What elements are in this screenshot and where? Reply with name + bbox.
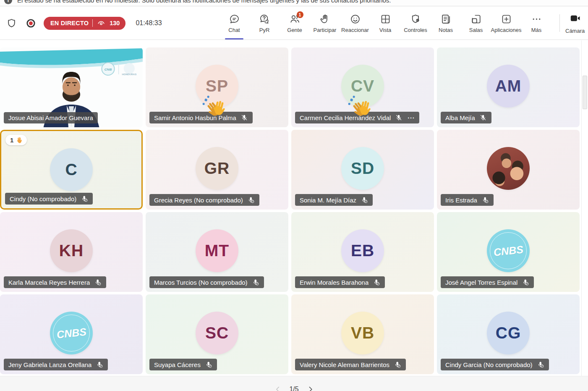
participant-tile[interactable]: Iris Estrada	[437, 130, 580, 210]
participant-name-pill: Jeny Gabriela Lanza Orellana	[4, 359, 108, 370]
scrollbar-thumb[interactable]	[583, 76, 587, 109]
participant-name-pill: Grecia Reyes (No comprobado)	[149, 194, 259, 206]
viewer-count: 130	[110, 20, 120, 26]
shield-icon	[5, 17, 18, 29]
camera-label: Cámara	[565, 28, 585, 34]
participant-name-pill: Cindy (No comprobado)	[5, 193, 93, 205]
reaccionar-icon	[350, 13, 361, 25]
toolbar-button-salas[interactable]: Salas	[461, 7, 491, 39]
participant-tile[interactable]: SPSamir Antonio Hasbun Palma	[146, 47, 288, 127]
participant-tile[interactable]: SDSonia M. Mejía Díaz	[291, 130, 434, 210]
vista-icon	[380, 13, 391, 25]
page-indicator: 1/5	[289, 386, 298, 391]
participant-name-pill: Erwin Morales Barahona	[295, 276, 385, 288]
participant-tile[interactable]: CVCarmen Cecilia Hernández Vidal...	[291, 47, 434, 127]
camera-button[interactable]: Cámara	[565, 7, 585, 39]
participant-name-pill: Marcos Turcios (No comprobado)	[149, 276, 264, 288]
avatar-initials: CG	[496, 324, 521, 342]
avatar-initials: KH	[59, 241, 84, 260]
svg-text:HONDURAS: HONDURAS	[122, 73, 136, 76]
mic-disabled-icon	[361, 196, 368, 204]
controles-icon	[410, 13, 421, 25]
mic-disabled-icon	[81, 195, 88, 202]
reaccionar-label: Reaccionar	[341, 27, 369, 33]
vista-label: Vista	[379, 27, 392, 33]
chat-label: Chat	[228, 27, 240, 33]
raised-hand-count: 1	[10, 136, 13, 144]
toolbar-button-mas[interactable]: Más	[521, 7, 551, 39]
record-dot	[29, 21, 33, 25]
aplicaciones-icon	[501, 13, 512, 25]
participant-name: Suyapa Cáceres	[154, 361, 201, 368]
participant-grid: CNBHONDURASJosue Abisai Amador GuevaraSP…	[0, 47, 580, 374]
mic-disabled-icon	[394, 361, 401, 368]
participant-initials-avatar: EB	[341, 229, 384, 272]
toolbar-button-participar[interactable]: Participar	[310, 7, 340, 39]
participant-tile[interactable]: C1Cindy (No comprobado)	[0, 130, 143, 210]
participant-name: Valery Nicole Aleman Barrientos	[300, 361, 389, 368]
scrollbar-track[interactable]	[581, 40, 588, 376]
toolbar-buttons: ChatPyR1GenteParticiparReaccionarVistaCo…	[219, 7, 551, 39]
mic-muted-icon	[240, 114, 248, 121]
controles-label: Controles	[404, 27, 427, 33]
mas-icon	[531, 13, 542, 25]
participant-name-pill: Iris Estrada	[441, 194, 494, 206]
toolbar-button-reaccionar[interactable]: Reaccionar	[340, 7, 370, 39]
svg-text:CNB: CNB	[105, 68, 112, 71]
participant-initials-avatar: SD	[341, 147, 384, 190]
participant-name: Josue Abisai Amador Guevara	[8, 114, 93, 121]
participant-name: Cindy (No comprobado)	[10, 195, 76, 202]
participant-tile[interactable]: MTMarcos Turcios (No comprobado)	[146, 212, 288, 292]
participant-logo-avatar: CNBS	[487, 229, 530, 272]
chat-icon	[229, 13, 240, 25]
participant-tile[interactable]: CNBHONDURASJosue Abisai Amador Guevara	[0, 47, 143, 127]
participant-name: Iris Estrada	[445, 197, 477, 204]
participant-name: Jeny Gabriela Lanza Orellana	[8, 361, 91, 368]
participant-name: Marcos Turcios (No comprobado)	[154, 279, 248, 286]
toolbar-button-gente[interactable]: 1Gente	[280, 7, 310, 39]
next-page-button[interactable]	[307, 386, 314, 391]
toolbar-button-pyr[interactable]: PyR	[249, 7, 280, 39]
participant-initials-avatar: MT	[196, 229, 238, 272]
pyr-icon	[259, 13, 270, 25]
avatar-initials: EB	[351, 241, 374, 260]
participant-tile[interactable]: EBErwin Morales Barahona	[291, 212, 434, 292]
toolbar-button-chat[interactable]: Chat	[219, 7, 249, 39]
participant-initials-avatar: AM	[487, 65, 530, 108]
notas-label: Notas	[439, 27, 453, 33]
toolbar-button-notas[interactable]: Notas	[431, 7, 461, 39]
participant-tile[interactable]: CGCindy Garcia (No comprobado)	[437, 294, 580, 374]
participant-tile[interactable]: GRGrecia Reyes (No comprobado)	[146, 130, 288, 210]
toolbar-button-controles[interactable]: Controles	[400, 7, 431, 39]
mic-muted-icon	[479, 114, 487, 121]
clap-reaction-icon	[204, 94, 228, 119]
participant-name-pill: Suyapa Cáceres	[149, 359, 217, 370]
participant-logo-avatar: CNBS	[50, 312, 93, 354]
participant-tile[interactable]: CNBSJosé Angel Torres Espinal	[437, 212, 580, 292]
participar-label: Participar	[314, 27, 337, 33]
mic-disabled-icon	[247, 196, 255, 204]
mic-disabled-icon	[96, 361, 103, 368]
toolbar-button-vista[interactable]: Vista	[370, 7, 400, 39]
participant-tile[interactable]: AMAlba Mejía	[437, 47, 580, 127]
participant-tile[interactable]: VBValery Nicole Aleman Barrientos	[291, 294, 434, 374]
participant-tile[interactable]: CNBSJeny Gabriela Lanza Orellana	[0, 294, 143, 374]
avatar-initials: SD	[351, 159, 374, 178]
participant-name-pill: Karla Marcela Reyes Herrera	[4, 276, 106, 288]
participant-tile[interactable]: KHKarla Marcela Reyes Herrera	[0, 212, 143, 292]
mic-disabled-icon	[205, 361, 212, 368]
mic-disabled-icon	[94, 278, 102, 286]
participant-name-pill: Valery Nicole Aleman Barrientos	[295, 359, 406, 370]
avatar-logo-text: CNBS	[493, 243, 523, 258]
mic-disabled-icon	[373, 278, 380, 286]
participant-name-pill: Samir Antonio Hasbun Palma	[149, 112, 253, 123]
avatar-initials: SP	[206, 77, 228, 95]
avatar-initials: AM	[495, 77, 522, 95]
participant-tile[interactable]: SCSuyapa Cáceres	[146, 294, 288, 374]
toolbar-button-aplicaciones[interactable]: Aplicaciones	[491, 7, 521, 39]
mic-muted-icon	[395, 114, 402, 121]
salas-icon	[470, 13, 482, 25]
participant-name: José Angel Torres Espinal	[445, 279, 517, 286]
previous-page-button[interactable]	[274, 386, 281, 391]
participant-more-options-button[interactable]: ...	[408, 115, 415, 121]
